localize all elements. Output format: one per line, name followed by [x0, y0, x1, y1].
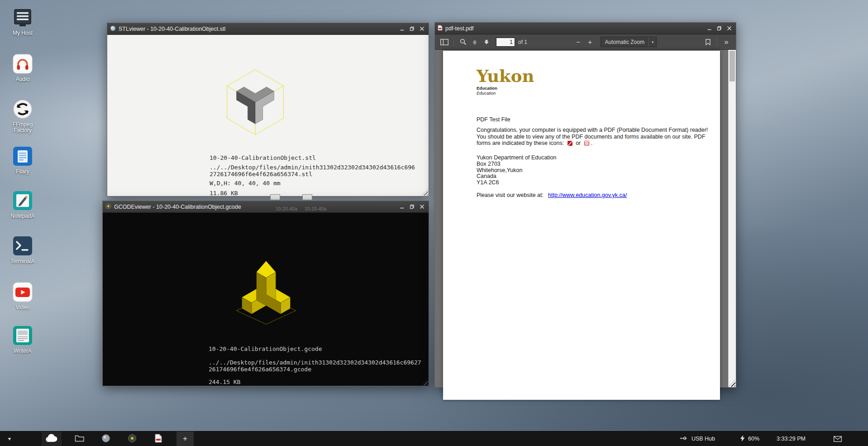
filary-icon [12, 146, 33, 167]
desktop-icon-ffmpeg-factory[interactable]: FFmpeg Factory [5, 99, 41, 134]
zoom-out-button[interactable]: − [572, 37, 584, 48]
zoom-select[interactable]: Automatic Zoom ▾ [601, 37, 657, 47]
page-number-input[interactable] [496, 38, 515, 47]
gcode-window-title: GCODEviewer - 10-20-40-CalibrationObject… [114, 204, 396, 210]
desktop-icon-my-host[interactable]: My Host [5, 7, 41, 36]
pdf-taskbar-icon [154, 434, 162, 444]
website-link[interactable]: http://www.education.gov.yk.ca/ [548, 192, 627, 198]
toolbar-expand-button[interactable]: » [720, 37, 732, 48]
stl-titlebar[interactable]: STLviewer - 10-20-40-CalibrationObject.s… [107, 23, 429, 35]
stl-3d-model[interactable] [225, 68, 285, 136]
ghost-label: 10-20-40a [276, 206, 297, 211]
taskbar-clock: 3:33:29 PM [777, 436, 806, 442]
desktop-icon-video[interactable]: Video [5, 282, 41, 311]
ffmpeg-factory-icon [12, 99, 33, 120]
stl-window-title: STLviewer - 10-20-40-CalibrationObject.s… [119, 26, 396, 32]
gcode-3d-model[interactable] [228, 250, 305, 338]
taskbar-cloud-button[interactable] [42, 432, 62, 446]
taskbar-pdf-button[interactable] [151, 432, 166, 446]
maximize-icon[interactable] [408, 25, 416, 32]
taskbar-folder-button[interactable] [72, 432, 87, 446]
previous-page-button[interactable] [469, 37, 481, 48]
gcode-titlebar[interactable]: GCODEviewer - 10-20-40-CalibrationObject… [103, 201, 429, 213]
desktop-icon-label: My Host [5, 30, 41, 36]
pdf-scrollbar[interactable] [728, 50, 736, 387]
taskbar: ▾ + USB Hub 60% 3:33:29 PM [0, 431, 868, 446]
pdf-page: Yukon Education Éducation PDF Test File … [443, 51, 720, 400]
pdf-viewer-window: pdf-test.pdf of 1 − + Automatic Zoom [434, 22, 736, 388]
folder-icon [75, 434, 85, 444]
desktop-icon-filary[interactable]: Filary [5, 146, 41, 175]
gcodeviewer-taskbar-icon [128, 434, 137, 444]
stl-viewport[interactable]: 10-20-40-CalibrationObject.stl ../../Des… [107, 35, 429, 196]
ghost-label: 10-20-40a [305, 206, 326, 211]
gcode-filename: 10-20-40-CalibrationObject.gcode [209, 345, 421, 352]
yukon-logo-word: Yukon [477, 68, 534, 85]
mail-icon[interactable] [834, 436, 842, 442]
maximize-icon[interactable] [408, 203, 416, 210]
resize-grip[interactable] [421, 189, 428, 196]
usb-label: USB Hub [692, 436, 715, 442]
bookmark-button[interactable] [702, 37, 714, 48]
taskbar-stlviewer-button[interactable] [99, 432, 113, 446]
search-button[interactable] [457, 37, 469, 48]
desktop-icon-label: NotepadA [5, 213, 41, 219]
desktop-icon-label: TerminalA [5, 259, 41, 264]
my-host-icon [12, 7, 33, 28]
stl-app-icon [110, 25, 116, 33]
minimize-icon[interactable] [398, 203, 406, 210]
resize-grip[interactable] [421, 379, 428, 385]
acrobat-pdf-icon [568, 141, 572, 146]
pdf-address-block: Yukon Department of Education Box 2703 W… [477, 155, 557, 186]
audio-icon [12, 53, 33, 74]
stray-control-box[interactable] [270, 194, 280, 200]
scrollbar-thumb[interactable] [730, 51, 735, 82]
stl-file-info: 10-20-40-CalibrationObject.stl ../../Des… [210, 154, 415, 197]
pdf-body-paragraph: Congratulations, your computer is equipp… [477, 127, 709, 147]
page-count-label: of 1 [518, 39, 527, 45]
desktop-icon-terminala[interactable]: TerminalA [5, 235, 41, 264]
desktop-icon-label: FFmpeg Factory [5, 122, 41, 134]
chevron-down-icon: ▾ [649, 37, 657, 47]
pdf-app-icon [438, 24, 443, 33]
video-icon [12, 282, 33, 302]
desktop-icon-notepada[interactable]: NotepadA [5, 190, 41, 219]
usb-icon [680, 436, 688, 442]
close-icon[interactable] [418, 203, 426, 210]
pdf-titlebar[interactable]: pdf-test.pdf [435, 23, 736, 34]
close-icon[interactable] [418, 25, 426, 32]
close-icon[interactable] [725, 25, 733, 32]
gcode-viewer-window: GCODEviewer - 10-20-40-CalibrationObject… [102, 201, 429, 386]
gcode-app-icon [105, 203, 111, 211]
gcode-filepath: ../../Desktop/files/admin/inith31302d323… [209, 359, 421, 373]
gcode-file-info: 10-20-40-CalibrationObject.gcode ../../D… [209, 345, 421, 385]
minimize-icon[interactable] [706, 25, 713, 32]
gcode-viewport[interactable]: 10-20-40-CalibrationObject.gcode ../../D… [103, 213, 429, 386]
battery-bolt-icon [740, 435, 745, 443]
desktop-icon-label: Filary [5, 169, 41, 175]
taskbar-add-button[interactable]: + [176, 432, 194, 446]
stl-filepath: ../../Desktop/files/admin/inith31302d323… [210, 164, 415, 177]
desktop-icon-audio[interactable]: Audio [5, 53, 41, 82]
gcode-filesize: 244.15 KB [209, 379, 421, 385]
zoom-in-button[interactable]: + [584, 37, 596, 48]
cloud-icon [45, 434, 58, 444]
zoom-select-label: Automatic Zoom [605, 39, 644, 45]
notepada-icon [12, 190, 33, 211]
taskbar-expand-icon[interactable]: ▾ [5, 436, 14, 442]
stl-filename: 10-20-40-CalibrationObject.stl [210, 154, 415, 161]
sidebar-toggle-button[interactable] [439, 37, 450, 48]
pdf-window-title: pdf-test.pdf [445, 25, 703, 32]
stray-control-box[interactable] [302, 194, 312, 200]
terminala-icon [12, 235, 33, 256]
next-page-button[interactable] [481, 37, 492, 48]
stlviewer-taskbar-icon [101, 434, 110, 444]
stl-dimensions: W,D,H: 40, 40, 40 mm [210, 180, 415, 187]
desktop-icon-label: WriterA [5, 348, 41, 354]
taskbar-gcodeviewer-button[interactable] [125, 432, 139, 446]
desktop-icon-label: Video [5, 305, 41, 311]
maximize-icon[interactable] [715, 25, 723, 32]
battery-status: 60% [740, 435, 759, 443]
desktop-icon-writera[interactable]: WriterA [5, 325, 41, 354]
minimize-icon[interactable] [398, 25, 406, 32]
